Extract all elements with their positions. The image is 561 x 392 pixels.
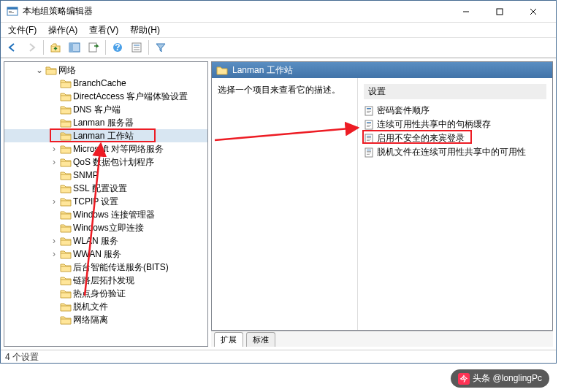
tree-item-label: SNMP xyxy=(73,170,99,180)
menu-action[interactable]: 操作(A) xyxy=(44,23,82,37)
expand-icon[interactable]: › xyxy=(50,249,58,259)
menu-help[interactable]: 帮助(H) xyxy=(126,23,164,37)
svg-rect-37 xyxy=(367,153,371,153)
svg-rect-36 xyxy=(367,151,371,152)
tree-item[interactable]: ›QoS 数据包计划程序 xyxy=(4,155,207,169)
tab-extended[interactable]: 扩展 xyxy=(214,332,243,347)
statusbar: 4 个设置 xyxy=(1,350,556,364)
svg-rect-21 xyxy=(367,109,371,110)
svg-rect-35 xyxy=(367,150,371,150)
forward-button[interactable] xyxy=(23,39,40,56)
settings-column: 设置 密码套件顺序连续可用性共享中的句柄缓存启用不安全的来宾登录脱机文件在连续可… xyxy=(358,78,552,330)
tree-item[interactable]: 脱机文件 xyxy=(4,300,207,313)
svg-rect-5 xyxy=(497,9,503,15)
tree-item[interactable]: 链路层拓扑发现 xyxy=(4,274,207,287)
watermark-logo: 今 xyxy=(458,373,470,385)
svg-rect-11 xyxy=(89,43,96,52)
help-button[interactable]: ? xyxy=(109,39,126,56)
folder-icon xyxy=(60,210,72,220)
folder-icon xyxy=(60,157,72,167)
folder-icon xyxy=(60,144,72,154)
tree-item[interactable]: Windows立即连接 xyxy=(4,221,207,234)
expand-icon[interactable]: › xyxy=(50,196,58,207)
tree-item[interactable]: Lanman 服务器 xyxy=(4,116,207,129)
up-button[interactable] xyxy=(47,39,64,56)
setting-item[interactable]: 脱机文件在连续可用性共享中的可用性 xyxy=(364,145,546,159)
svg-rect-20 xyxy=(367,108,371,109)
tree-pane[interactable]: ⌄网络 BranchCache DirectAccess 客户端体验设置 DNS… xyxy=(4,61,208,347)
setting-item[interactable]: 密码套件顺序 xyxy=(364,104,546,118)
tree-item[interactable]: DNS 客户端 xyxy=(4,103,207,116)
svg-rect-3 xyxy=(9,12,14,13)
expand-icon[interactable]: › xyxy=(50,157,58,167)
description-prompt: 选择一个项目来查看它的描述。 xyxy=(218,84,351,96)
svg-rect-2 xyxy=(9,11,12,12)
svg-rect-10 xyxy=(69,43,73,52)
expand-icon[interactable]: › xyxy=(50,144,58,154)
toolbar: ? xyxy=(1,37,556,58)
tree-item[interactable]: SNMP xyxy=(4,169,207,182)
tree-item[interactable]: DirectAccess 客户端体验设置 xyxy=(4,90,207,103)
tree-item-label: 网络隔离 xyxy=(73,314,108,326)
titlebar[interactable]: 本地组策略编辑器 xyxy=(1,1,556,23)
tree-item-label: WWAN 服务 xyxy=(73,248,121,261)
export-button[interactable] xyxy=(85,39,102,56)
tree-item[interactable]: Lanman 工作站 xyxy=(4,129,207,142)
expand-icon xyxy=(50,315,58,325)
expand-icon[interactable]: › xyxy=(50,236,58,246)
svg-rect-32 xyxy=(367,139,371,139)
setting-item[interactable]: 连续可用性共享中的句柄缓存 xyxy=(364,118,546,131)
tree-item-label: SSL 配置设置 xyxy=(73,182,127,195)
menu-view[interactable]: 查看(V) xyxy=(85,23,123,37)
tree-item[interactable]: 网络隔离 xyxy=(4,313,207,326)
settings-list: 密码套件顺序连续可用性共享中的句柄缓存启用不安全的来宾登录脱机文件在连续可用性共… xyxy=(364,104,546,159)
show-hide-tree-button[interactable] xyxy=(66,39,83,56)
tree-item[interactable]: ›Microsoft 对等网络服务 xyxy=(4,142,207,155)
properties-button[interactable] xyxy=(128,39,145,56)
details-header-text: Lanman 工作站 xyxy=(232,64,293,77)
tree-item[interactable]: ›WWAN 服务 xyxy=(4,247,207,261)
tree-item[interactable]: 热点身份验证 xyxy=(4,287,207,300)
svg-rect-22 xyxy=(367,111,371,112)
policy-icon xyxy=(364,120,374,130)
menubar: 文件(F) 操作(A) 查看(V) 帮助(H) xyxy=(1,23,556,37)
tree-item[interactable]: SSL 配置设置 xyxy=(4,182,207,195)
tree-item-label: DNS 客户端 xyxy=(73,104,121,116)
tree-item[interactable]: BranchCache xyxy=(4,77,207,90)
svg-rect-30 xyxy=(367,136,371,137)
setting-label: 脱机文件在连续可用性共享中的可用性 xyxy=(377,146,526,158)
tree-item[interactable]: 后台智能传送服务(BITS) xyxy=(4,261,207,274)
expand-icon xyxy=(50,275,58,285)
expand-icon xyxy=(50,288,58,299)
setting-item[interactable]: 启用不安全的来宾登录 xyxy=(364,131,546,145)
back-button[interactable] xyxy=(4,39,21,56)
maximize-button[interactable] xyxy=(483,1,516,23)
svg-rect-25 xyxy=(367,122,371,123)
tree-item-label: WLAN 服务 xyxy=(73,235,118,247)
tree-label: 网络 xyxy=(58,64,76,77)
tab-standard[interactable]: 标准 xyxy=(246,332,275,347)
policy-icon xyxy=(364,134,374,144)
folder-icon xyxy=(216,65,228,75)
collapse-icon[interactable]: ⌄ xyxy=(35,65,44,75)
tree-parent-network[interactable]: ⌄网络 xyxy=(4,64,207,77)
svg-text:?: ? xyxy=(115,42,120,53)
minimize-button[interactable] xyxy=(449,1,483,23)
tree-item-label: Lanman 工作站 xyxy=(73,130,134,142)
separator xyxy=(43,40,44,55)
details-wrapper: Lanman 工作站 选择一个项目来查看它的描述。 设置 密码套件顺序连续可用性… xyxy=(211,61,553,347)
close-button[interactable] xyxy=(516,1,550,23)
policy-icon xyxy=(364,147,374,158)
tree-item[interactable]: ›WLAN 服务 xyxy=(4,234,207,247)
tree-item[interactable]: Windows 连接管理器 xyxy=(4,208,207,221)
expand-icon xyxy=(50,78,58,88)
details-header: Lanman 工作站 xyxy=(212,62,552,78)
filter-button[interactable] xyxy=(152,39,169,56)
svg-rect-23 xyxy=(367,112,370,113)
tree-item-label: TCPIP 设置 xyxy=(73,196,118,208)
settings-header[interactable]: 设置 xyxy=(364,84,546,99)
folder-icon xyxy=(60,104,72,115)
menu-file[interactable]: 文件(F) xyxy=(4,23,41,37)
tree-item[interactable]: ›TCPIP 设置 xyxy=(4,195,207,208)
expand-icon xyxy=(50,170,58,180)
